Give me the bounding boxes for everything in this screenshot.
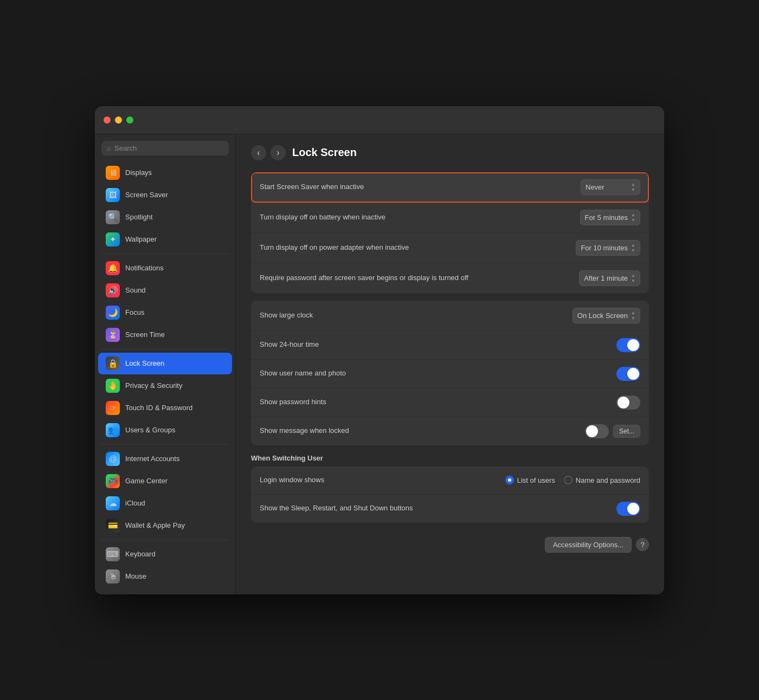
search-input[interactable] — [114, 144, 223, 152]
password-require-label: Require password after screen saver begi… — [260, 273, 531, 283]
toggle-knob — [627, 339, 639, 351]
sidebar-item-label-wallpaper: Wallpaper — [125, 235, 157, 243]
adapter-display-control[interactable]: For 10 minutes ▲ ▼ — [576, 240, 640, 256]
password-require-row: Require password after screen saver begi… — [251, 263, 649, 293]
list-users-radio[interactable] — [505, 476, 514, 484]
screen-saver-value: Never — [586, 183, 604, 191]
screentime-icon: ⏳ — [106, 328, 120, 342]
sidebar-item-notifications[interactable]: 🔔Notifications — [98, 257, 232, 279]
panel-header: ‹ › Lock Screen — [251, 145, 649, 160]
stepper-arrows: ▲ ▼ — [631, 182, 635, 192]
sidebar-item-lockscreen[interactable]: 🔒Lock Screen — [98, 353, 232, 374]
sidebar-item-mouse[interactable]: 🖱Mouse — [98, 566, 232, 587]
screen-saver-control[interactable]: Never ▲ ▼ — [581, 179, 640, 195]
sidebar-item-label-screentime: Screen Time — [125, 330, 165, 339]
user-name-photo-toggle[interactable] — [616, 367, 640, 381]
24-hour-control[interactable] — [616, 338, 640, 352]
sidebar-item-wallpaper[interactable]: ✦Wallpaper — [98, 229, 232, 250]
sidebar-item-label-spotlight: Spotlight — [125, 213, 153, 221]
sidebar-item-label-screensaver: Screen Saver — [125, 191, 168, 199]
password-require-dropdown[interactable]: After 1 minute ▲ ▼ — [579, 270, 640, 286]
screensaver-icon: 🖼 — [106, 188, 120, 202]
close-button[interactable] — [104, 116, 111, 124]
title-bar — [95, 106, 664, 134]
sidebar-item-spotlight[interactable]: 🔍Spotlight — [98, 206, 232, 228]
list-users-label: List of users — [517, 476, 555, 484]
toggle-knob-4 — [586, 425, 598, 437]
accessibility-options-button[interactable]: Accessibility Options... — [545, 537, 632, 553]
maximize-button[interactable] — [126, 116, 133, 124]
large-clock-control[interactable]: On Lock Screen ▲ ▼ — [573, 308, 640, 323]
toggle-knob-5 — [627, 503, 639, 515]
24-hour-row: Show 24-hour time — [251, 331, 649, 360]
sidebar-item-displays[interactable]: 🖥Displays — [98, 162, 232, 184]
sidebar-item-wallet[interactable]: 💳Wallet & Apple Pay — [98, 515, 232, 536]
battery-display-control[interactable]: For 5 minutes ▲ ▼ — [580, 210, 640, 225]
sidebar-items: 🖥Displays🖼Screen Saver🔍Spotlight✦Wallpap… — [95, 162, 235, 587]
sidebar-item-privacy[interactable]: 🤚Privacy & Security — [98, 375, 232, 397]
stepper-arrows-5: ▲ ▼ — [631, 310, 635, 321]
sidebar-item-keyboard[interactable]: ⌨Keyboard — [98, 543, 232, 565]
main-window: ⌕ 🖥Displays🖼Screen Saver🔍Spotlight✦Wallp… — [95, 106, 664, 594]
sidebar-item-label-gamecenter: Game Center — [125, 477, 168, 485]
login-window-control: List of users Name and password — [505, 476, 640, 484]
shutdown-buttons-row: Show the Sleep, Restart, and Shut Down b… — [251, 495, 649, 523]
search-bar[interactable]: ⌕ — [101, 141, 229, 155]
message-locked-row: Show message when locked Set... — [251, 417, 649, 445]
password-hints-toggle[interactable] — [616, 396, 640, 410]
sidebar-item-internet[interactable]: @Internet Accounts — [98, 448, 232, 470]
keyboard-icon: ⌨ — [106, 547, 120, 561]
help-button[interactable]: ? — [636, 538, 649, 551]
password-hints-row: Show password hints — [251, 388, 649, 417]
spotlight-icon: 🔍 — [106, 210, 120, 224]
focus-icon: 🌙 — [106, 306, 120, 320]
large-clock-label: Show large clock — [260, 310, 573, 320]
sidebar-item-touchid[interactable]: ☞Touch ID & Password — [98, 397, 232, 419]
sidebar-item-screentime[interactable]: ⏳Screen Time — [98, 324, 232, 346]
password-hints-control[interactable] — [616, 396, 640, 410]
name-password-option[interactable]: Name and password — [564, 476, 640, 484]
set-button[interactable]: Set... — [613, 425, 640, 438]
screen-saver-dropdown[interactable]: Never ▲ ▼ — [581, 179, 640, 195]
shutdown-buttons-toggle[interactable] — [616, 502, 640, 516]
large-clock-dropdown[interactable]: On Lock Screen ▲ ▼ — [573, 308, 640, 323]
login-window-radio-group: List of users Name and password — [505, 476, 640, 484]
login-window-row: Login window shows List of users Name an… — [251, 466, 649, 495]
adapter-display-label: Turn display off on power adapter when i… — [260, 243, 576, 252]
password-require-value: After 1 minute — [584, 274, 628, 282]
minimize-button[interactable] — [115, 116, 122, 124]
battery-display-dropdown[interactable]: For 5 minutes ▲ ▼ — [580, 210, 640, 225]
sidebar-item-sound[interactable]: 🔊Sound — [98, 280, 232, 301]
bottom-bar: Accessibility Options... ? — [251, 533, 649, 553]
shutdown-buttons-control[interactable] — [616, 502, 640, 516]
sidebar-item-users[interactable]: 👥Users & Groups — [98, 419, 232, 441]
large-clock-value: On Lock Screen — [577, 312, 628, 320]
back-button[interactable]: ‹ — [251, 145, 266, 160]
wallpaper-icon: ✦ — [106, 232, 120, 247]
battery-display-value: For 5 minutes — [585, 213, 628, 222]
sound-icon: 🔊 — [106, 283, 120, 297]
sidebar-item-label-internet: Internet Accounts — [125, 455, 179, 463]
forward-button[interactable]: › — [271, 145, 286, 160]
message-locked-toggle[interactable] — [585, 424, 609, 438]
sidebar-item-icloud[interactable]: ☁iCloud — [98, 492, 232, 514]
message-locked-control[interactable]: Set... — [585, 424, 640, 438]
name-password-radio[interactable] — [564, 476, 573, 484]
sidebar-item-screensaver[interactable]: 🖼Screen Saver — [98, 184, 232, 206]
sidebar-item-label-lockscreen: Lock Screen — [125, 359, 164, 367]
password-hints-label: Show password hints — [260, 397, 616, 407]
password-require-control[interactable]: After 1 minute ▲ ▼ — [579, 270, 640, 286]
stepper-arrows-2: ▲ ▼ — [631, 212, 635, 223]
list-users-option[interactable]: List of users — [505, 476, 555, 484]
24-hour-toggle[interactable] — [616, 338, 640, 352]
adapter-display-dropdown[interactable]: For 10 minutes ▲ ▼ — [576, 240, 640, 256]
sidebar-item-focus[interactable]: 🌙Focus — [98, 302, 232, 323]
switching-user-heading: When Switching User — [251, 454, 649, 462]
user-name-photo-row: Show user name and photo — [251, 360, 649, 388]
adapter-display-row: Turn display off on power adapter when i… — [251, 233, 649, 263]
sidebar-item-label-displays: Displays — [125, 168, 152, 177]
sidebar-item-gamecenter[interactable]: 🎮Game Center — [98, 470, 232, 492]
large-clock-row: Show large clock On Lock Screen ▲ ▼ — [251, 301, 649, 331]
users-icon: 👥 — [106, 423, 120, 437]
user-name-photo-control[interactable] — [616, 367, 640, 381]
